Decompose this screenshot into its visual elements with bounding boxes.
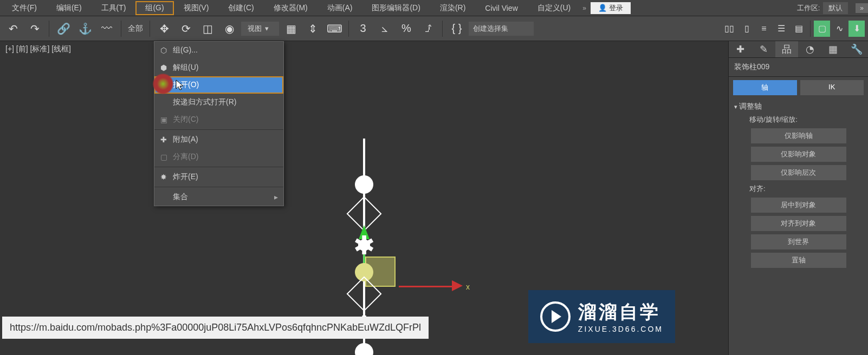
- menuitem-explode[interactable]: ✸炸开(E): [154, 168, 283, 186]
- btn-align-to-world[interactable]: 到世界: [751, 234, 846, 249]
- menuitem-open-recursive[interactable]: 按递归方式打开(R): [154, 94, 283, 111]
- annotation-marker-icon: [152, 73, 174, 95]
- tab-motion[interactable]: ◔: [798, 41, 821, 57]
- menu-custom[interactable]: 自定义(U): [528, 1, 580, 15]
- user-icon: 👤: [598, 4, 607, 12]
- tab-display[interactable]: ▦: [821, 41, 845, 57]
- menu-animation[interactable]: 动画(A): [318, 1, 362, 15]
- group-icon: ⬡: [159, 45, 169, 55]
- attach-icon: ✚: [159, 135, 169, 144]
- tab-create[interactable]: ✚: [729, 41, 752, 57]
- filter-all[interactable]: 全部: [126, 24, 145, 34]
- scale-icon[interactable]: ◫: [198, 19, 217, 38]
- ungroup-icon: ⬢: [159, 63, 169, 73]
- menu-edit[interactable]: 编辑(E): [47, 1, 92, 15]
- keyboard-icon[interactable]: ⌨: [325, 19, 344, 38]
- menuitem-assembly[interactable]: 集合▸: [154, 188, 283, 206]
- menu-view[interactable]: 视图(V): [174, 1, 219, 15]
- snap3-icon[interactable]: 3: [353, 19, 373, 38]
- watermark: 溜溜自学 ZIXUE.3D66.COM: [528, 290, 675, 343]
- viewport-label[interactable]: [+] [前] [标准] [线框]: [5, 44, 71, 54]
- btn-center-to-object[interactable]: 居中到对象: [751, 198, 846, 213]
- menu-modifier[interactable]: 修改器(M): [264, 1, 318, 15]
- watermark-sub: ZIXUE.3D66.COM: [578, 325, 663, 333]
- menu-separator: [154, 187, 283, 187]
- workspace-area: 工作区: 默认: [792, 2, 854, 14]
- tab-hierarchy[interactable]: 品: [775, 41, 799, 57]
- command-panel: ✚ ✎ 品 ◔ ▦ 🔧 装饰柱009 轴 IK 调整轴 移动/旋转/缩放: 仅影…: [728, 41, 868, 355]
- cursor-icon: [175, 79, 185, 91]
- submenu-arrow-icon: ▸: [274, 193, 278, 201]
- placement-icon[interactable]: ◉: [219, 19, 239, 38]
- layout1-icon[interactable]: ▯▯: [721, 21, 737, 37]
- sub-align: 对齐:: [729, 182, 868, 196]
- menu-file[interactable]: 文件(F): [2, 1, 47, 15]
- menuitem-open[interactable]: ◐ 打开(O): [154, 76, 283, 94]
- login-button[interactable]: 👤 登录: [591, 2, 631, 14]
- menu-graph[interactable]: 图形编辑器(D): [362, 1, 430, 15]
- menu-create[interactable]: 创建(C): [218, 1, 263, 15]
- menu-bar: 文件(F) 编辑(E) 工具(T) 组(G) 视图(V) 创建(C) 修改器(M…: [0, 0, 868, 16]
- panel-tabs: ✚ ✎ 品 ◔ ▦ 🔧: [729, 41, 868, 58]
- ref-coord-select[interactable]: 视图 ▾: [241, 22, 279, 36]
- pivot-icon[interactable]: ▦: [281, 19, 301, 38]
- close-icon: ▣: [159, 115, 169, 124]
- watermark-title: 溜溜自学: [578, 300, 663, 325]
- bind-icon[interactable]: 〰: [97, 19, 116, 38]
- tab-utilities[interactable]: 🔧: [845, 41, 868, 57]
- btn-reset-pivot[interactable]: 置轴: [751, 253, 846, 268]
- pivot-tab-button[interactable]: 轴: [733, 80, 797, 95]
- btn-affect-hierarchy[interactable]: 仅影响层次: [751, 165, 846, 180]
- login-label: 登录: [609, 3, 623, 13]
- menu-expand-icon[interactable]: »: [582, 4, 586, 12]
- main-area: [+] [前] [标准] [线框] ⬡组(G)... ⬢解组(U) ◐ 打开(O…: [0, 41, 868, 355]
- menu-render[interactable]: 渲染(R): [430, 1, 475, 15]
- spinner-snap-icon[interactable]: ⭜: [418, 19, 438, 38]
- layers2-icon[interactable]: ☰: [773, 21, 789, 37]
- ref-coord-label: 视图: [248, 24, 262, 34]
- workspace-label: 工作区:: [797, 3, 820, 13]
- status-url: https://m.baidu.com/mobads.php%3Fa00000j…: [2, 317, 429, 339]
- max-icon[interactable]: ▢: [814, 21, 830, 37]
- group-menu-dropdown: ⬡组(G)... ⬢解组(U) ◐ 打开(O) 按递归方式打开(R) ▣关闭(C…: [154, 41, 284, 206]
- btn-affect-pivot[interactable]: 仅影响轴: [751, 128, 846, 143]
- chevron-down-icon: ▾: [265, 24, 269, 32]
- menuitem-attach[interactable]: ✚附加(A): [154, 131, 283, 148]
- named-sel-icon[interactable]: { }: [447, 19, 467, 38]
- display-icon[interactable]: ▤: [791, 21, 807, 37]
- explode-icon: ✸: [159, 172, 169, 182]
- menu-separator: [154, 167, 283, 167]
- btn-affect-object[interactable]: 仅影响对象: [751, 147, 846, 162]
- detach-icon: ▢: [159, 152, 169, 162]
- unlink-icon[interactable]: ⚓: [75, 19, 95, 38]
- move-icon[interactable]: ✥: [154, 19, 174, 38]
- selection-set-input[interactable]: 创建选择集: [469, 22, 534, 36]
- workspace-expand[interactable]: »: [856, 3, 868, 13]
- link-icon[interactable]: 🔗: [54, 19, 73, 38]
- angle-snap-icon[interactable]: ⦣: [375, 19, 394, 38]
- workspace-select[interactable]: 默认: [823, 2, 848, 14]
- rotate-icon[interactable]: ⟳: [176, 19, 196, 38]
- curve-icon[interactable]: ∿: [831, 21, 847, 37]
- viewport[interactable]: [+] [前] [标准] [线框] ⬡组(G)... ⬢解组(U) ◐ 打开(O…: [0, 41, 728, 355]
- manip-icon[interactable]: ⇕: [303, 19, 322, 38]
- menuitem-ungroup[interactable]: ⬢解组(U): [154, 59, 283, 76]
- menuitem-close: ▣关闭(C): [154, 111, 283, 128]
- tab-modify[interactable]: ✎: [752, 41, 775, 57]
- layers-icon[interactable]: ≡: [756, 21, 772, 37]
- redo-icon[interactable]: ↷: [25, 19, 44, 38]
- undo-icon[interactable]: ↶: [3, 19, 23, 38]
- menuitem-group[interactable]: ⬡组(G)...: [154, 42, 283, 59]
- section-adjust-pivot[interactable]: 调整轴: [729, 98, 868, 113]
- axis-x-label: x: [466, 282, 470, 291]
- menu-tools[interactable]: 工具(T): [92, 1, 136, 15]
- layout2-icon[interactable]: ▯: [739, 21, 755, 37]
- menu-civil[interactable]: Civil View: [475, 2, 527, 15]
- menu-group[interactable]: 组(G): [135, 1, 173, 15]
- ik-tab-button[interactable]: IK: [800, 80, 864, 95]
- percent-snap-icon[interactable]: %: [397, 19, 416, 38]
- end-icon[interactable]: ⬇: [848, 21, 865, 37]
- play-icon: [540, 301, 571, 332]
- btn-align-to-object[interactable]: 对齐到对象: [751, 216, 846, 231]
- menu-separator: [154, 129, 283, 130]
